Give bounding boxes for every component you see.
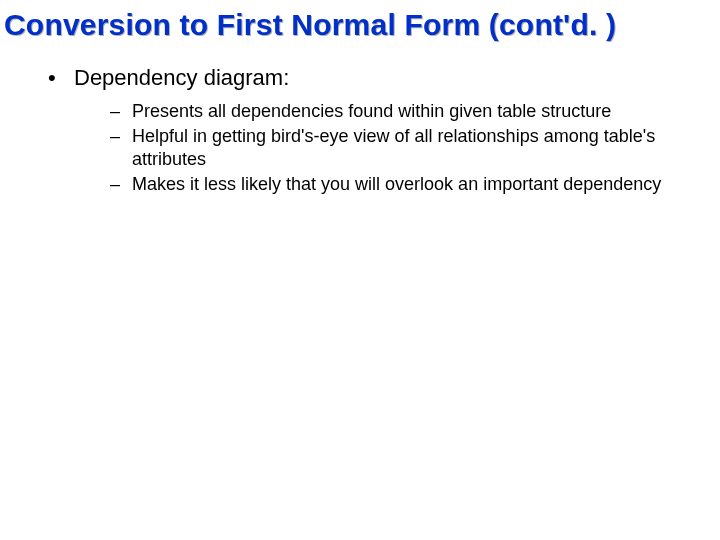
slide: Conversion to First Normal Form (cont'd.… (0, 0, 720, 540)
sub-list-item: Helpful in getting bird's-eye view of al… (110, 125, 690, 171)
sub-bullet-list: Presents all dependencies found within g… (74, 100, 690, 196)
sub-list-item: Presents all dependencies found within g… (110, 100, 690, 123)
slide-title: Conversion to First Normal Form (cont'd.… (4, 8, 720, 42)
sub-list-item: Makes it less likely that you will overl… (110, 173, 690, 196)
bullet-list: Dependency diagram: Presents all depende… (0, 64, 720, 196)
bullet-text: Dependency diagram: (74, 65, 289, 90)
list-item: Dependency diagram: Presents all depende… (48, 64, 690, 196)
